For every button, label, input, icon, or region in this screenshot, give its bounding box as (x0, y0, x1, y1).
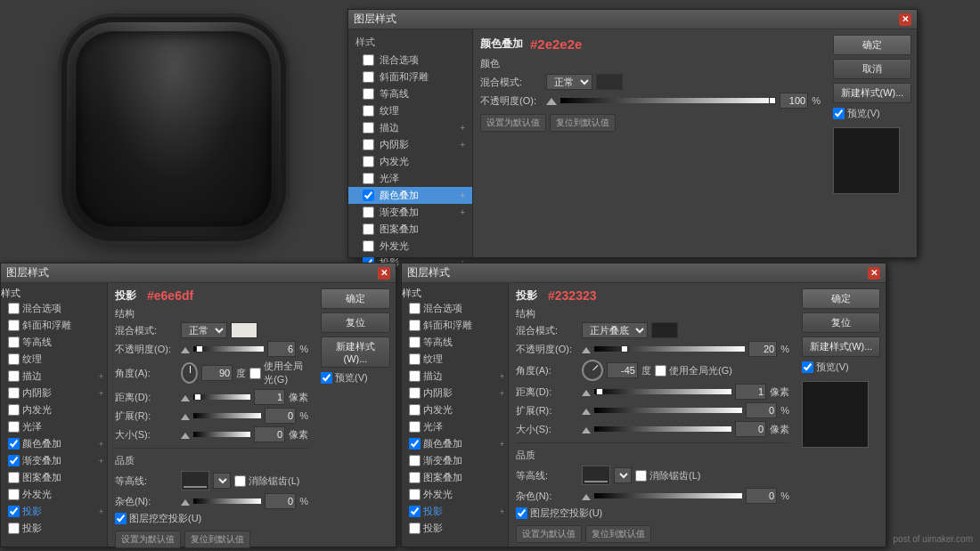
br-gradient-overlay[interactable]: 渐变叠加 (402, 452, 508, 469)
bl-set-default[interactable]: 设置为默认值 (115, 531, 181, 548)
bl-stroke[interactable]: 描边 + (1, 368, 107, 385)
cancel-btn[interactable]: 取消 (833, 59, 911, 79)
outer-glow-checkbox[interactable] (363, 240, 374, 252)
color-swatch[interactable] (596, 74, 623, 90)
bl-spread-slider[interactable] (193, 413, 261, 418)
br-drop-shadow2[interactable]: 投影 (402, 520, 508, 537)
color-overlay-item[interactable]: 颜色叠加 + (348, 187, 472, 204)
br-global-light-checkbox[interactable] (655, 365, 666, 377)
br-size-input[interactable] (735, 421, 766, 437)
br-antialias-checkbox[interactable] (635, 470, 647, 482)
br-confirm-btn[interactable]: 确定 (802, 288, 880, 309)
satin-item[interactable]: 光泽 (348, 170, 472, 187)
bl-angle-input[interactable] (201, 365, 233, 381)
bl-confirm-btn[interactable]: 确定 (321, 288, 390, 309)
bl-distance-input[interactable] (254, 389, 285, 405)
gradient-overlay-checkbox[interactable] (363, 207, 374, 218)
br-angle-input[interactable] (607, 362, 638, 378)
blend-options-checkbox[interactable] (363, 54, 374, 66)
bl-spread-input[interactable] (265, 408, 296, 424)
bevel-checkbox[interactable] (363, 71, 374, 83)
br-preview-checkbox[interactable] (802, 361, 813, 373)
pattern-overlay-item[interactable]: 图案叠加 (348, 221, 472, 238)
br-color-swatch[interactable] (651, 322, 678, 338)
br-opacity-input[interactable] (748, 341, 777, 357)
br-blend-opts[interactable]: 混合选项 (402, 300, 508, 317)
bottom-right-close[interactable]: ✕ (868, 267, 880, 280)
br-set-default[interactable]: 设置为默认值 (516, 525, 582, 543)
bl-color-overlay[interactable]: 颜色叠加 + (1, 435, 107, 452)
bl-size-slider[interactable] (193, 432, 250, 437)
gradient-overlay-item[interactable]: 渐变叠加 + (348, 204, 472, 221)
br-pattern-overlay[interactable]: 图案叠加 (402, 469, 508, 486)
br-noise-input[interactable] (746, 488, 777, 504)
br-inner-glow[interactable]: 内发光 (402, 401, 508, 418)
bl-reset-default[interactable]: 复位到默认值 (184, 531, 250, 548)
br-distance-slider[interactable] (594, 389, 731, 394)
new-style-btn[interactable]: 新建样式(W)... (833, 83, 911, 103)
br-size-slider[interactable] (594, 426, 731, 432)
br-opacity-slider[interactable] (594, 346, 745, 352)
texture-item[interactable]: 纹理 (348, 102, 472, 119)
bevel-item[interactable]: 斜面和浮雕 (348, 69, 472, 85)
br-contour-select[interactable]: ▼ (614, 467, 632, 483)
bl-contour[interactable]: 等高线 (1, 334, 107, 351)
br-spread-slider[interactable] (594, 408, 742, 413)
bl-gradient-overlay[interactable]: 渐变叠加 + (1, 452, 107, 469)
bl-preview-checkbox[interactable] (321, 372, 332, 384)
bl-contour-select[interactable]: ▼ (213, 473, 231, 489)
br-new-style-btn[interactable]: 新建样式(W)... (802, 336, 880, 357)
bl-opacity-input[interactable] (267, 341, 296, 357)
bl-opacity-slider[interactable] (193, 346, 264, 352)
bl-outer-glow[interactable]: 外发光 (1, 486, 107, 503)
bl-inner-glow[interactable]: 内发光 (1, 401, 107, 418)
bl-antialias-checkbox[interactable] (234, 475, 246, 487)
contour-item[interactable]: 等高线 (348, 85, 472, 102)
bl-inner-shadow[interactable]: 内阴影 + (1, 385, 107, 401)
br-knockout-checkbox[interactable] (516, 507, 527, 519)
color-overlay-checkbox[interactable] (363, 190, 374, 201)
br-texture[interactable]: 纹理 (402, 351, 508, 368)
stroke-checkbox[interactable] (363, 122, 374, 134)
bl-noise-input[interactable] (265, 493, 296, 509)
bl-noise-slider[interactable] (193, 498, 261, 504)
confirm-btn[interactable]: 确定 (833, 35, 911, 55)
top-panel-close[interactable]: ✕ (899, 13, 911, 26)
bl-texture[interactable]: 纹理 (1, 351, 107, 368)
reset-default-btn[interactable]: 复位到默认值 (550, 114, 616, 132)
bl-color-swatch[interactable] (231, 322, 257, 338)
bl-new-style-btn[interactable]: 新建样式(W)... (321, 336, 390, 368)
br-bevel[interactable]: 斜面和浮雕 (402, 317, 508, 334)
bl-angle-dial[interactable] (181, 362, 198, 384)
inner-glow-checkbox[interactable] (363, 156, 374, 167)
blend-mode-select[interactable]: 正常 (546, 74, 592, 90)
bl-pattern-overlay[interactable]: 图案叠加 (1, 469, 107, 486)
br-satin[interactable]: 光泽 (402, 418, 508, 435)
inner-glow-item[interactable]: 内发光 (348, 153, 472, 170)
br-outer-glow[interactable]: 外发光 (402, 486, 508, 503)
bl-bevel[interactable]: 斜面和浮雕 (1, 317, 107, 334)
bl-drop-shadow2[interactable]: 投影 (1, 520, 107, 537)
pattern-overlay-checkbox[interactable] (363, 223, 374, 235)
inner-shadow-checkbox[interactable] (363, 139, 374, 150)
br-distance-input[interactable] (735, 384, 766, 400)
preview-checkbox[interactable] (833, 108, 845, 119)
bl-knockout-checkbox[interactable] (115, 513, 127, 524)
texture-checkbox[interactable] (363, 105, 374, 117)
br-contour-preview[interactable] (582, 466, 610, 485)
br-blend-select[interactable]: 正片叠底 (582, 322, 648, 338)
br-reset-default[interactable]: 复位到默认值 (585, 525, 651, 543)
satin-checkbox[interactable] (363, 173, 374, 184)
bl-contour-preview[interactable] (181, 471, 209, 490)
opacity-input[interactable] (780, 93, 808, 109)
opacity-slider[interactable] (560, 98, 776, 103)
br-inner-shadow[interactable]: 内阴影 + (402, 385, 508, 401)
br-reset-btn[interactable]: 复位 (802, 312, 880, 333)
stroke-item[interactable]: 描边 + (348, 119, 472, 136)
br-drop-shadow[interactable]: 投影 + (402, 503, 508, 520)
bl-size-input[interactable] (254, 426, 285, 442)
br-noise-slider[interactable] (594, 493, 742, 498)
bl-reset-btn[interactable]: 复位 (321, 312, 390, 333)
bl-distance-slider[interactable] (193, 394, 250, 400)
br-angle-dial[interactable] (582, 360, 603, 381)
